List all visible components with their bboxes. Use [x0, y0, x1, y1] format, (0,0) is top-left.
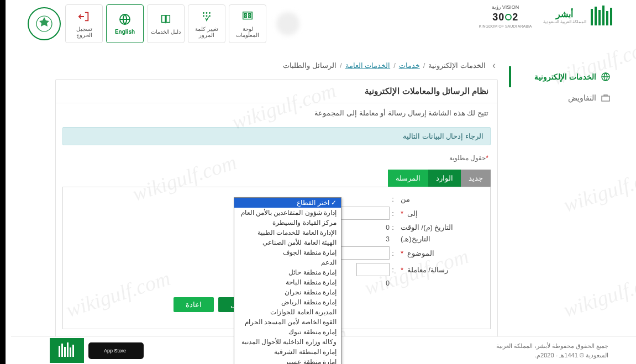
sector-option[interactable]: إدارة شؤون المتقاعدين بالأمن العام [234, 208, 341, 218]
label-from: من [396, 195, 468, 203]
breadcrumb-l2[interactable]: خدمات [399, 61, 420, 70]
label-to: إلى * [396, 209, 468, 218]
breadcrumb-back-icon[interactable]: › [492, 60, 496, 71]
card-subtitle: تتيح لك هذه الشاشة إرسال رسالة أو معاملة… [56, 103, 497, 123]
info-alert: الرجاء إدخال البيانات التالية [62, 127, 491, 145]
svg-rect-11 [249, 16, 251, 18]
card-title: نظام الرسائل والمعاملات الإلكترونية [56, 80, 497, 103]
svg-rect-26 [67, 342, 69, 357]
messages-card: نظام الرسائل والمعاملات الإلكترونية تتيح… [55, 79, 498, 339]
sector-option[interactable]: وكالة وزارة الداخلية للأحوال المدنية [234, 337, 341, 347]
absher-title: أبشر [543, 9, 586, 19]
absher-bars-small-icon [57, 342, 76, 359]
dashboard-label: لوحة المعلومات [232, 26, 264, 38]
sector-option[interactable]: إمارة منطقة الجوف [234, 247, 341, 257]
dashboard-button[interactable]: لوحة المعلومات [229, 4, 266, 43]
sector-option[interactable]: المديرية العامة للجوازات [234, 307, 341, 317]
date-hijri-value: 3 [386, 235, 390, 243]
reset-button[interactable]: اعادة [174, 297, 214, 312]
moi-emblem [28, 7, 61, 40]
sector-option[interactable]: إمارة منطقة حائل [234, 267, 341, 277]
svg-point-13 [206, 12, 208, 14]
footer-absher-logo [50, 338, 84, 363]
sector-option[interactable]: اختر القطاع [234, 198, 341, 208]
sector-dropdown[interactable]: اختر القطاعإدارة شؤون المتقاعدين بالأمن … [234, 197, 341, 364]
sector-option[interactable]: إمارة منطقة عسير [234, 357, 341, 364]
svg-rect-5 [610, 8, 612, 25]
label-date-time: التاريخ (م)/ الوقت [396, 223, 468, 231]
date-time-value: 0 [386, 224, 390, 231]
svg-point-12 [203, 12, 204, 14]
tab-new[interactable]: جديد [461, 170, 491, 187]
absher-logo: أبشر المملكة العربية السعودية [543, 4, 614, 29]
absher-subtitle: المملكة العربية السعودية [543, 19, 586, 24]
sidebar-item-label: التفاويض [568, 93, 596, 102]
sector-option[interactable]: القوة الخاصة لأمن المسجد الحرام [234, 317, 341, 327]
breadcrumb: › الخدمات الإلكترونية / خدمات / الخدمات … [55, 60, 498, 71]
vision-2030-logo: VISION رؤية 230 KINGDOM OF SAUDI ARABIA [479, 4, 532, 29]
svg-rect-23 [59, 346, 60, 357]
keypad-icon [200, 10, 213, 23]
logout-button[interactable]: تسجيل الخروج [65, 4, 103, 43]
msg-type-input[interactable] [356, 263, 390, 276]
message-form: من : إلى * : التاريخ (م)/ الوقت : 0 [62, 187, 491, 329]
logout-label: تسجيل الخروج [68, 26, 100, 38]
sector-option[interactable]: الإدارة العامة للخدمات الطبية [234, 228, 341, 238]
tab-inbox[interactable]: الوارد [428, 170, 461, 187]
attachment-count: 0 [386, 279, 390, 287]
footer-copyright: جميع الحقوق محفوظة لأبشر، المملكة العربي… [496, 341, 608, 360]
svg-rect-9 [249, 13, 251, 15]
svg-rect-22 [602, 96, 609, 101]
svg-point-6 [506, 14, 511, 20]
svg-rect-1 [595, 7, 597, 25]
svg-rect-4 [606, 11, 608, 25]
svg-rect-24 [61, 344, 63, 357]
label-date-hijri: التاريخ(هـ) [396, 235, 468, 243]
svg-point-15 [203, 15, 204, 17]
svg-point-17 [209, 15, 211, 17]
sector-option[interactable]: إمارة المنطقة الشرقية [234, 347, 341, 357]
sector-option[interactable]: إمارة منطقة الباحة [234, 277, 341, 287]
breadcrumb-l3[interactable]: الخدمات العامة [345, 61, 391, 70]
header: أبشر المملكة العربية السعودية VISION رؤي… [6, 0, 636, 50]
logout-icon [77, 10, 91, 23]
appstore-badge[interactable]: App Store [88, 342, 144, 359]
svg-point-14 [209, 12, 211, 14]
svg-point-16 [206, 15, 208, 17]
change-password-button[interactable]: تغيير كلمة المرور [188, 4, 225, 43]
services-guide-label: دليل الخدمات [151, 29, 181, 35]
sector-option[interactable]: الدعم [234, 257, 341, 267]
svg-rect-7 [243, 12, 253, 19]
svg-rect-3 [602, 6, 605, 25]
globe-icon [118, 13, 132, 26]
sector-option[interactable]: إمارة منطقة تبوك [234, 327, 341, 337]
required-note: *حقول مطلوبة [56, 150, 497, 170]
sector-option[interactable]: إمارة منطقة نجران [234, 287, 341, 297]
dashboard-icon [241, 10, 254, 23]
svg-rect-28 [72, 345, 74, 357]
breadcrumb-l1: الخدمات الإلكترونية [428, 61, 486, 70]
label-msg-type: رسالة/ معاملة * [396, 266, 468, 274]
svg-rect-27 [70, 347, 71, 357]
sector-option[interactable]: إمارة منطقة الرياض [234, 297, 341, 307]
tab-sent[interactable]: المرسلة [388, 170, 428, 187]
svg-rect-10 [245, 16, 247, 18]
book-icon [159, 13, 172, 26]
user-avatar[interactable] [276, 12, 299, 35]
svg-rect-25 [64, 347, 66, 357]
label-subject: الموضوع * [396, 249, 468, 257]
breadcrumb-l4: الرسائل والطلبات [283, 61, 337, 70]
sidebar-item-eservices[interactable]: الخدمات الإلكترونية [509, 66, 614, 87]
absher-bars-icon [590, 4, 614, 29]
sidebar-item-delegations[interactable]: التفاويض [509, 87, 614, 108]
language-english-label: English [115, 29, 135, 35]
header-toolbar: لوحة المعلومات تغيير كلمة المرور دليل ال… [65, 4, 266, 43]
services-guide-button[interactable]: دليل الخدمات [147, 4, 185, 43]
svg-rect-2 [598, 10, 601, 25]
language-english-button[interactable]: English [106, 4, 144, 43]
svg-rect-0 [591, 9, 593, 25]
main-content: › الخدمات الإلكترونية / خدمات / الخدمات … [55, 50, 498, 339]
emblem-icon [33, 13, 55, 35]
sector-option[interactable]: مركز القيادة والسيطرة [234, 218, 341, 228]
sector-option[interactable]: الهيئة العامة للأمن الصناعي [234, 238, 341, 247]
